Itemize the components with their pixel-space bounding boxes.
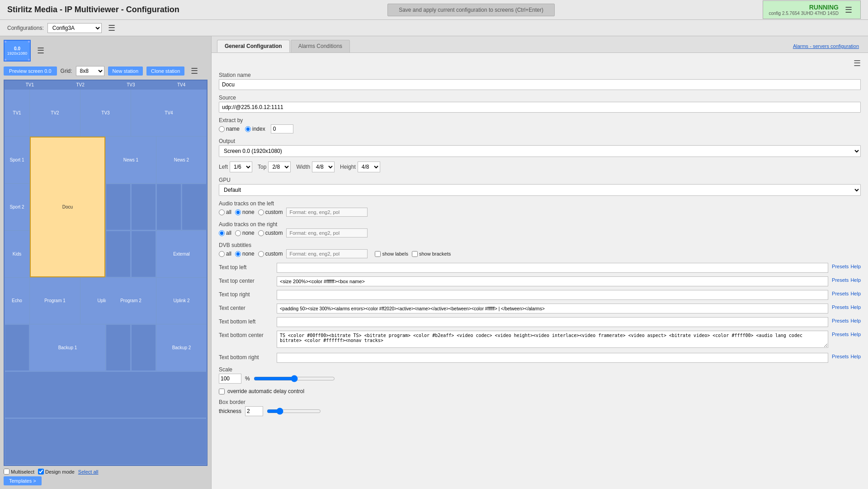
text-bottom-left-help-button[interactable]: Help xyxy=(850,318,861,323)
extract-name-label[interactable]: name xyxy=(219,126,240,132)
dvb-none-label[interactable]: none xyxy=(235,251,255,257)
save-button[interactable]: Save and apply current configuration to … xyxy=(387,4,555,16)
text-bottom-center-help-button[interactable]: Help xyxy=(850,332,861,337)
audio-left-custom-label[interactable]: custom xyxy=(258,209,283,215)
text-top-left-help-button[interactable]: Help xyxy=(850,264,861,269)
station-menu-button[interactable]: ☰ xyxy=(188,65,201,77)
grid-cell-empty-6-6[interactable] xyxy=(131,324,156,371)
select-all-button[interactable]: Select all xyxy=(78,469,99,475)
dvb-all-label[interactable]: all xyxy=(219,251,231,257)
text-bottom-center-input[interactable]: TS <color #00ff00><bitrate TS> <bitrate … xyxy=(277,331,828,348)
tab-general[interactable]: General Configuration xyxy=(217,40,290,52)
grid-cell-tv4[interactable]: TV4 xyxy=(131,90,207,136)
alarms-config-link[interactable]: Alarms - servers configuration xyxy=(793,43,863,49)
dvb-none-radio[interactable] xyxy=(235,251,241,257)
grid-cell-empty-3-5[interactable] xyxy=(106,184,131,230)
show-labels-label[interactable]: show labels xyxy=(375,251,408,257)
grid-cell-backup1[interactable]: Backup 1 xyxy=(30,324,105,371)
show-labels-checkbox[interactable] xyxy=(375,251,381,257)
grid-cell-echo[interactable]: Echo xyxy=(5,278,29,324)
override-checkbox[interactable] xyxy=(219,389,225,394)
text-top-center-input[interactable] xyxy=(277,276,828,286)
text-center-presets-button[interactable]: Presets xyxy=(832,304,849,310)
text-bottom-right-presets-button[interactable]: Presets xyxy=(832,354,849,359)
audio-right-none-radio[interactable] xyxy=(235,230,241,236)
text-top-center-presets-button[interactable]: Presets xyxy=(832,277,849,283)
grid-cell-sport2[interactable]: Sport 2 xyxy=(5,184,29,230)
config-menu-button[interactable]: ☰ xyxy=(105,22,118,34)
clone-station-button[interactable]: Clone station xyxy=(146,66,184,76)
grid-select[interactable]: 8x8 4x4 6x6 10x10 xyxy=(76,66,104,76)
text-bottom-center-presets-button[interactable]: Presets xyxy=(832,332,849,337)
grid-cell-tv2[interactable]: TV2 xyxy=(30,90,80,136)
tab-alarms[interactable]: Alarms Conditions xyxy=(291,40,350,52)
left-panel-menu-button[interactable]: ☰ xyxy=(34,45,47,57)
text-bottom-right-input[interactable] xyxy=(277,353,828,363)
dvb-custom-radio[interactable] xyxy=(258,251,264,257)
multiselect-checkbox[interactable] xyxy=(4,469,9,475)
top-select[interactable]: 1/82/83/84/8 xyxy=(268,161,291,172)
text-top-right-help-button[interactable]: Help xyxy=(850,291,861,296)
station-name-input[interactable] xyxy=(219,79,861,90)
audio-right-all-label[interactable]: all xyxy=(219,230,231,236)
audio-right-custom-label[interactable]: custom xyxy=(258,230,283,236)
grid-cell-empty-3-8[interactable] xyxy=(182,184,207,230)
text-top-right-input[interactable] xyxy=(277,290,828,300)
grid-cell-empty-3-7[interactable] xyxy=(156,184,181,230)
audio-left-all-radio[interactable] xyxy=(219,209,225,215)
dvb-custom-input[interactable] xyxy=(286,249,368,258)
grid-cell-empty-6-5[interactable] xyxy=(106,324,131,371)
grid-cell-program1[interactable]: Program 1 xyxy=(30,278,80,324)
text-center-input[interactable] xyxy=(277,304,828,313)
show-brackets-label[interactable]: show brackets xyxy=(412,251,451,257)
audio-left-custom-radio[interactable] xyxy=(258,209,264,215)
grid-cell-empty-8[interactable] xyxy=(5,418,207,465)
screen-thumbnail[interactable]: 0.0 1920x1080 xyxy=(4,40,31,62)
templates-button[interactable]: Templates > xyxy=(4,476,42,485)
text-top-right-presets-button[interactable]: Presets xyxy=(832,291,849,296)
output-select[interactable]: Screen 0.0 (1920x1080) xyxy=(219,145,861,157)
extract-index-input[interactable] xyxy=(271,124,293,133)
scale-input[interactable] xyxy=(219,374,241,384)
height-select[interactable]: 1/82/83/84/8 xyxy=(358,161,380,172)
extract-index-radio[interactable] xyxy=(245,126,251,132)
text-bottom-left-presets-button[interactable]: Presets xyxy=(832,318,849,323)
scale-slider[interactable] xyxy=(254,375,335,382)
grid-cell-empty-4-6[interactable] xyxy=(131,231,156,277)
design-mode-checkbox[interactable] xyxy=(38,469,44,475)
gpu-select[interactable]: Default xyxy=(219,184,861,196)
grid-cell-empty-6-1[interactable] xyxy=(5,324,29,371)
text-bottom-left-input[interactable] xyxy=(277,317,828,327)
audio-right-all-radio[interactable] xyxy=(219,230,225,236)
grid-cell-docu[interactable]: Docu xyxy=(30,137,105,277)
audio-left-none-label[interactable]: none xyxy=(235,209,255,215)
grid-cell-tv1[interactable]: TV1 xyxy=(5,90,29,136)
preview-screen-button[interactable]: Preview screen 0.0 xyxy=(4,66,57,76)
grid-cell-uplink2[interactable]: Uplink 2 xyxy=(156,278,207,324)
grid-cell-empty-4-5[interactable] xyxy=(106,231,131,277)
audio-left-all-label[interactable]: all xyxy=(219,209,231,215)
configurations-select[interactable]: Config3A Config3B Default xyxy=(47,23,102,33)
audio-left-custom-input[interactable] xyxy=(286,208,368,217)
grid-cell-program2[interactable]: Program 2 xyxy=(106,278,156,324)
audio-left-none-radio[interactable] xyxy=(235,209,241,215)
text-top-center-help-button[interactable]: Help xyxy=(850,277,861,283)
width-select[interactable]: 1/82/83/84/8 xyxy=(312,161,335,172)
extract-index-label[interactable]: index xyxy=(245,126,265,132)
audio-right-custom-radio[interactable] xyxy=(258,230,264,236)
dvb-custom-label[interactable]: custom xyxy=(258,251,283,257)
section-menu-icon[interactable]: ☰ xyxy=(854,58,861,68)
multiselect-label[interactable]: Multiselect xyxy=(4,469,34,475)
extract-name-radio[interactable] xyxy=(219,126,225,132)
grid-cell-empty-7[interactable] xyxy=(5,371,207,418)
audio-right-none-label[interactable]: none xyxy=(235,230,255,236)
audio-right-custom-input[interactable] xyxy=(286,228,368,237)
dvb-all-radio[interactable] xyxy=(219,251,225,257)
show-brackets-checkbox[interactable] xyxy=(412,251,418,257)
grid-cell-news1[interactable]: News 1 xyxy=(106,137,156,183)
text-top-left-presets-button[interactable]: Presets xyxy=(832,264,849,269)
grid-cell-backup2[interactable]: Backup 2 xyxy=(156,324,207,371)
grid-cell-kids[interactable]: Kids xyxy=(5,231,29,277)
left-select[interactable]: 1/62/63/64/6 xyxy=(230,161,252,172)
grid-cell-sport1[interactable]: Sport 1 xyxy=(5,137,29,183)
